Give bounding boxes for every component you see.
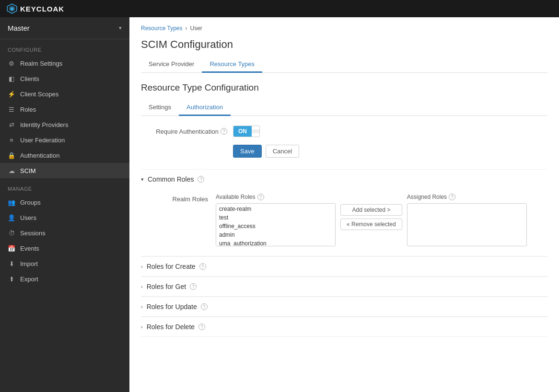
authentication-icon: 🔒 xyxy=(8,151,15,159)
cancel-button[interactable]: Cancel xyxy=(266,145,299,158)
toggle-off xyxy=(252,129,259,133)
page-title: SCIM Configuration xyxy=(141,38,547,51)
sidebar-item-identity-providers[interactable]: ⇄ Identity Providers xyxy=(0,117,129,132)
sidebar-item-realm-settings[interactable]: ⚙ Realm Settings xyxy=(0,56,129,71)
sidebar-item-groups[interactable]: 👥 Groups xyxy=(0,195,129,210)
require-auth-row: Require Authentication ? ON xyxy=(141,126,547,137)
sidebar-item-scim[interactable]: ☁ SCIM xyxy=(0,163,129,178)
collapse-delete-arrow-icon: › xyxy=(141,324,143,330)
realm-roles-label: Realm Roles xyxy=(151,194,208,203)
roles-for-update-header[interactable]: › Roles for Update ? xyxy=(141,297,547,316)
available-roles-help-icon[interactable]: ? xyxy=(257,194,264,200)
roles-for-delete-help-icon[interactable]: ? xyxy=(198,323,205,330)
add-selected-button[interactable]: Add selected > xyxy=(340,204,402,216)
role-option-admin[interactable]: admin xyxy=(217,231,334,239)
keycloak-logo-icon xyxy=(7,3,17,14)
available-roles-label: Available Roles ? xyxy=(216,194,336,200)
sidebar-item-label: SCIM xyxy=(20,167,36,174)
tab-resource-types[interactable]: Resource Types xyxy=(202,57,262,73)
available-roles-column: Available Roles ? create-realm test offl… xyxy=(216,194,336,246)
scim-icon: ☁ xyxy=(8,167,15,174)
roles-icon: ☰ xyxy=(8,105,15,113)
sidebar-item-roles[interactable]: ☰ Roles xyxy=(0,102,129,117)
user-federation-icon: ≡ xyxy=(8,136,15,144)
collapse-update-arrow-icon: › xyxy=(141,304,143,310)
roles-for-update-title: Roles for Update xyxy=(147,303,197,311)
assigned-roles-help-icon[interactable]: ? xyxy=(449,194,455,200)
sidebar-item-export[interactable]: ⬆ Export xyxy=(0,271,129,287)
roles-for-delete-title: Roles for Delete xyxy=(147,323,195,331)
common-roles-header[interactable]: ▾ Common Roles ? xyxy=(141,169,547,189)
role-option-uma-authorization[interactable]: uma_authorization xyxy=(217,239,334,246)
remove-selected-button[interactable]: « Remove selected xyxy=(340,219,402,230)
roles-for-delete-header[interactable]: › Roles for Delete ? xyxy=(141,317,547,336)
sidebar-item-clients[interactable]: ◧ Clients xyxy=(0,71,129,86)
sidebar-item-label: Users xyxy=(20,214,36,221)
sidebar-item-sessions[interactable]: ⏱ Sessions xyxy=(0,225,129,241)
roles-for-get-help-icon[interactable]: ? xyxy=(190,283,197,290)
form-actions: Save Cancel xyxy=(233,145,547,158)
realm-settings-icon: ⚙ xyxy=(8,59,15,67)
sidebar-item-user-federation[interactable]: ≡ User Federation xyxy=(0,132,129,148)
groups-icon: 👥 xyxy=(8,198,15,206)
top-tab-nav: Service Provider Resource Types xyxy=(141,57,547,73)
assigned-roles-select[interactable] xyxy=(407,203,527,246)
sessions-icon: ⏱ xyxy=(8,229,15,237)
topbar: KEYCLOAK xyxy=(0,0,559,17)
save-button[interactable]: Save xyxy=(233,145,262,158)
sidebar-item-authentication[interactable]: 🔒 Authentication xyxy=(0,148,129,163)
sidebar-item-import[interactable]: ⬇ Import xyxy=(0,256,129,271)
breadcrumb: Resource Types › User xyxy=(141,25,547,32)
sidebar: Master ▾ Configure ⚙ Realm Settings ◧ Cl… xyxy=(0,17,129,392)
available-roles-select[interactable]: create-realm test offline_access admin u… xyxy=(216,203,336,246)
client-scopes-icon: ⚡ xyxy=(8,90,15,98)
sidebar-item-users[interactable]: 👤 Users xyxy=(0,210,129,225)
sidebar-item-label: Import xyxy=(20,260,38,267)
sidebar-item-label: Roles xyxy=(20,106,36,113)
section-title: Resource Type Configuration xyxy=(141,82,547,93)
users-icon: 👤 xyxy=(8,214,15,221)
sidebar-item-client-scopes[interactable]: ⚡ Client Scopes xyxy=(0,86,129,102)
breadcrumb-resource-types[interactable]: Resource Types xyxy=(141,25,183,32)
sidebar-item-label: Events xyxy=(20,245,39,252)
sidebar-item-label: Groups xyxy=(20,199,41,206)
role-option-offline-access[interactable]: offline_access xyxy=(217,222,334,231)
collapse-get-arrow-icon: › xyxy=(141,284,143,289)
roles-for-delete-section: › Roles for Delete ? xyxy=(141,317,547,336)
common-roles-help-icon[interactable]: ? xyxy=(198,176,204,183)
sidebar-item-label: User Federation xyxy=(20,137,65,144)
clients-icon: ◧ xyxy=(8,75,15,82)
realm-selector[interactable]: Master ▾ xyxy=(0,17,129,39)
import-icon: ⬇ xyxy=(8,260,15,267)
toggle-on: ON xyxy=(233,126,252,137)
sidebar-item-label: Realm Settings xyxy=(20,60,62,67)
chevron-down-icon: ▾ xyxy=(119,25,122,31)
roles-for-update-help-icon[interactable]: ? xyxy=(201,303,208,310)
sidebar-item-label: Clients xyxy=(20,75,39,82)
roles-transfer-actions: Add selected > « Remove selected xyxy=(340,194,402,230)
roles-for-create-header[interactable]: › Roles for Create ? xyxy=(141,256,547,276)
tab-authorization[interactable]: Authorization xyxy=(179,100,231,116)
require-auth-toggle[interactable]: ON xyxy=(233,126,260,137)
roles-for-create-section: › Roles for Create ? xyxy=(141,256,547,276)
common-roles-content: Realm Roles Available Roles ? create-rea… xyxy=(141,189,547,256)
roles-box-group: Available Roles ? create-realm test offl… xyxy=(216,194,527,246)
roles-grid: Realm Roles Available Roles ? create-rea… xyxy=(141,194,547,246)
sidebar-item-events[interactable]: 📅 Events xyxy=(0,241,129,256)
sidebar-item-label: Sessions xyxy=(20,230,46,237)
role-option-create-realm[interactable]: create-realm xyxy=(217,205,334,213)
assigned-roles-column: Assigned Roles ? xyxy=(407,194,527,246)
main-content: Resource Types › User SCIM Configuration… xyxy=(129,17,559,392)
sidebar-item-label: Authentication xyxy=(20,152,59,159)
role-option-test[interactable]: test xyxy=(217,213,334,222)
breadcrumb-user: User xyxy=(190,25,202,32)
require-auth-help-icon[interactable]: ? xyxy=(221,128,227,135)
tab-settings[interactable]: Settings xyxy=(141,100,179,116)
sidebar-item-label: Identity Providers xyxy=(20,121,68,128)
tab-service-provider[interactable]: Service Provider xyxy=(141,57,202,73)
roles-for-create-help-icon[interactable]: ? xyxy=(199,263,206,270)
roles-for-get-header[interactable]: › Roles for Get ? xyxy=(141,277,547,296)
roles-for-create-title: Roles for Create xyxy=(147,263,196,270)
sidebar-item-label: Client Scopes xyxy=(20,91,58,98)
sidebar-item-label: Export xyxy=(20,276,38,283)
